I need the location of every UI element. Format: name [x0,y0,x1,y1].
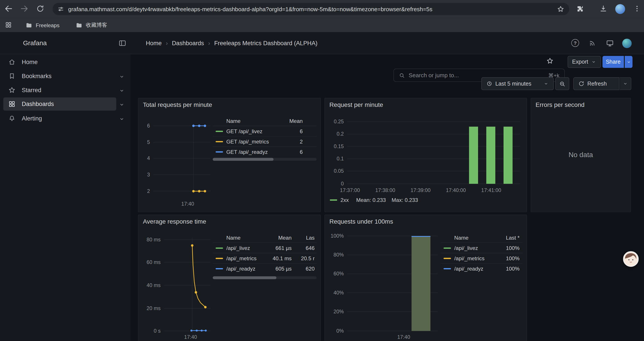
panel-avg-response-time: Average response time 80 ms 60 ms 40 ms … [138,215,321,341]
bookmark-star-icon[interactable] [557,5,564,13]
legend-table: Name Mean Las /api/_livez 661 µs 646 /ap… [213,233,317,273]
y-tick: 0.15 [325,144,344,149]
legend-col-last[interactable]: Last * [495,235,520,241]
export-button[interactable]: Export [568,56,601,68]
expand-alerting-button[interactable] [119,116,125,122]
grafana-logo[interactable] [9,38,20,49]
legend-value: 100% [495,245,520,251]
bookmark-folder-freeleaps[interactable]: Freeleaps [26,18,60,32]
breadcrumb-separator: › [166,40,168,47]
folder-icon [76,22,83,29]
y-tick: 100% [325,233,344,239]
zoom-out-time-button[interactable] [555,77,569,90]
legend-series-name[interactable]: /api/_metrics [454,255,495,261]
sidebar-toggle-button[interactable] [118,39,126,47]
refresh-interval-button[interactable] [620,77,631,90]
scrollbar-thumb[interactable] [213,276,276,279]
legend-header: Name Last * [441,233,523,242]
browser-menu-button[interactable] [633,5,641,13]
forward-icon [20,4,29,13]
legend-series-name[interactable]: /api/_readyz [454,265,495,271]
kiosk-mode-button[interactable] [606,39,614,47]
url-bar[interactable]: grafana.mathmast.com/d/deytv4rwavabkb/fr… [52,3,569,15]
breadcrumb-dashboards[interactable]: Dashboards [172,40,204,47]
chart-request-per-minute[interactable] [346,118,521,185]
panel-title[interactable]: Requests under 100ms [330,218,393,225]
y-tick: 20% [325,309,344,314]
forward-button[interactable] [20,4,29,13]
legend-col-name[interactable]: Name [454,235,495,241]
chevron-down-icon [544,81,549,86]
legend-col-last[interactable]: Las [292,235,314,241]
grafana-flame-icon [9,38,20,49]
legend-scrollbar[interactable] [213,276,317,279]
user-avatar[interactable] [622,39,632,48]
sidebar-item-alerting[interactable]: Alerting [3,112,116,125]
sidebar-item-dashboards[interactable]: Dashboards [3,97,116,111]
legend-scrollbar[interactable] [213,158,317,161]
breadcrumb-home[interactable]: Home [146,40,162,47]
expand-starred-button[interactable] [119,88,125,94]
y-tick: 40 ms [138,282,160,288]
help-button[interactable]: ? [571,39,579,47]
favorite-dashboard-button[interactable] [546,57,554,65]
site-info-icon[interactable] [58,6,64,12]
legend-series-name[interactable]: GET /api/_readyz [226,149,281,155]
legend-series-name[interactable]: /api/_readyz [226,265,268,271]
chart-total-requests[interactable] [152,121,212,196]
news-button[interactable] [588,39,596,47]
bookmark-folder-blogs[interactable]: 收藏博客 [76,18,107,32]
url-text[interactable]: grafana.mathmast.com/d/deytv4rwavabkb/fr… [68,6,553,12]
back-button[interactable] [4,4,13,13]
expand-bookmarks-button[interactable] [119,74,125,80]
panel-title[interactable]: Total requests per minute [143,101,212,108]
sidebar-item-starred[interactable]: Starred [3,83,116,97]
time-range-picker[interactable]: Last 5 minutes [481,77,554,90]
chevron-down-icon [119,116,125,122]
sidebar-item-home[interactable]: Home [3,56,116,69]
legend-max: Max: 0.233 [392,197,418,203]
panel-title[interactable]: Request per minute [330,101,383,108]
breadcrumb-current: Freeleaps Metrics Dashboard (ALPHA) [214,40,318,47]
chart-requests-under-100ms[interactable] [346,232,439,334]
dashboards-icon [8,100,16,108]
legend-series-name[interactable]: GET /api/_livez [226,128,281,134]
legend-series-name[interactable]: /api/_metrics [226,255,268,261]
reload-button[interactable] [36,5,44,13]
x-tick: 17:39:00 [406,187,435,193]
time-range-label: Last 5 minutes [496,81,532,87]
legend-col-mean[interactable]: Mean [268,235,292,241]
download-icon [599,5,608,13]
series-color-swatch [216,141,223,142]
share-menu-button[interactable] [625,56,632,68]
y-tick: 0 s [138,328,160,334]
panel-title[interactable]: Average response time [143,218,206,225]
expand-dashboards-button[interactable] [119,102,125,108]
legend-header: Name Mean Las [213,233,317,242]
legend-header: Name Mean [213,116,317,126]
legend-series-name[interactable]: /api/_livez [454,245,495,251]
extensions-button[interactable] [576,5,584,13]
y-tick: 20 ms [138,305,160,311]
x-tick: 17:41:00 [477,187,506,193]
profile-avatar[interactable] [615,4,625,14]
refresh-button[interactable]: Refresh [574,77,620,90]
legend-series-name[interactable]: 2xx [340,197,349,203]
downloads-button[interactable] [599,5,608,13]
floating-assistant-avatar[interactable] [623,251,638,267]
legend-col-name[interactable]: Name [226,235,268,241]
legend-series-name[interactable]: /api/_livez [226,245,268,251]
share-button[interactable]: Share [602,56,624,68]
sidebar-item-label: Starred [22,87,41,93]
legend-col-name[interactable]: Name [226,118,281,124]
scrollbar-thumb[interactable] [213,158,274,161]
legend-mean-value: 40.1 ms [268,255,292,261]
legend-last-value: 20.5 r [292,255,314,261]
chart-avg-response-time[interactable] [163,236,212,336]
legend-series-name[interactable]: GET /api/_metrics [226,138,281,145]
legend-col-mean[interactable]: Mean [281,118,302,124]
sidebar-item-bookmarks[interactable]: Bookmarks [3,70,116,83]
apps-shortcut-button[interactable] [5,21,12,28]
help-icon: ? [574,40,577,46]
refresh-icon [578,81,584,87]
